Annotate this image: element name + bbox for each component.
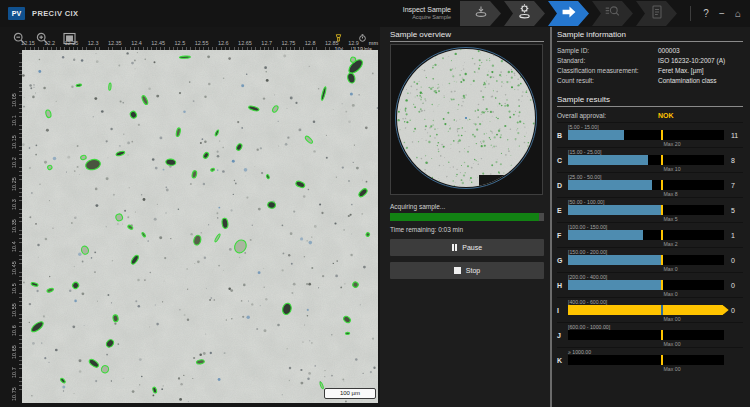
stop-button[interactable]: Stop [390, 262, 544, 279]
stop-button-label: Stop [466, 267, 480, 274]
class-count: 1 [724, 232, 743, 239]
info-row: Classification measurement:Feret Max. [µ… [557, 65, 743, 75]
v-ruler-tick: 10.4 [10, 236, 18, 258]
info-label: Count result: [557, 77, 658, 84]
h-ruler-tick: 12.25 [61, 40, 81, 46]
limit-marker [661, 180, 663, 190]
h-ruler-tick: 12.55 [192, 40, 212, 46]
class-count: 8 [724, 157, 743, 164]
stop-icon [454, 267, 461, 274]
acquisition-progress-bar [390, 213, 544, 221]
class-bar-fill [568, 230, 643, 240]
class-bar: Max 0 [568, 280, 724, 290]
titlebar-separator [690, 6, 691, 21]
workflow-step-analysis[interactable] [592, 1, 633, 26]
limit-marker [661, 130, 663, 140]
workflow-step-stage[interactable] [460, 1, 501, 26]
class-letter: C [557, 157, 568, 164]
sample-results-panel: Sample information Sample ID:000003Stand… [553, 27, 750, 407]
h-ruler-tick: 12.7 [257, 40, 277, 46]
v-ruler-tick: 10.3 [10, 194, 18, 216]
class-letter: K [557, 357, 568, 364]
home-button[interactable]: ⌂ [730, 1, 746, 26]
limit-marker [661, 305, 663, 315]
class-count: 0 [724, 257, 743, 264]
v-ruler-tick: 10.1 [10, 110, 18, 132]
h-ruler-tick: 12.5 [170, 40, 190, 46]
class-bar-fill [568, 155, 648, 165]
panel-scrollbar[interactable] [550, 27, 552, 407]
class-letter: D [557, 182, 568, 189]
minimize-button[interactable]: − [714, 1, 730, 26]
result-row-h: [200.00 - 400.00]HMax 00 [557, 272, 743, 297]
result-row-e: [50.00 - 100.00]EMax 55 [557, 197, 743, 222]
info-label: Sample ID: [557, 47, 658, 54]
class-range-label: ≥ 1000.00 [568, 348, 743, 355]
h-ruler-tick: 12.6 [213, 40, 233, 46]
h-ruler-tick: 12.8 [300, 40, 320, 46]
v-ruler-tick: 10.25 [10, 173, 18, 195]
class-range-label: [150.00 - 200.00] [568, 248, 743, 255]
specimen-image[interactable]: 100 µm [22, 50, 378, 403]
result-row-d: [25.00 - 50.00]DMax 87 [557, 172, 743, 197]
overall-approval-value: NOK [658, 112, 674, 119]
class-letter: J [557, 332, 568, 339]
workflow-step-report[interactable] [636, 1, 677, 26]
limit-marker [661, 155, 663, 165]
analysis-icon [604, 3, 621, 24]
h-ruler-tick: 12.2 [40, 40, 60, 46]
h-ruler-tick: 12.15 [18, 40, 38, 46]
class-letter: B [557, 132, 568, 139]
overall-approval-row: Overall approval: NOK [557, 110, 743, 120]
pause-button[interactable]: Pause [390, 239, 544, 256]
class-bar: Max 00 [568, 355, 724, 365]
h-ruler-tick: 12.45 [148, 40, 168, 46]
acquisition-status-text: Acquiring sample... [390, 203, 544, 210]
info-value: ISO 16232-10:2007 (A) [658, 57, 725, 64]
limit-marker [661, 230, 663, 240]
application-window: PV PRECiV CIX Inspect Sample Acquire Sam… [0, 0, 750, 407]
sample-overview-image [390, 44, 543, 195]
class-bar-fill [568, 205, 661, 215]
class-range-label: [5.00 - 15.00] [568, 123, 743, 130]
class-bar: Max 00 [568, 305, 724, 315]
class-count: 0 [724, 282, 743, 289]
vertical-ruler: 10.0510.110.1510.210.2510.310.3510.410.4… [10, 50, 22, 403]
workflow-step-acquire-settings[interactable] [504, 1, 545, 26]
class-letter: H [557, 282, 568, 289]
class-range-label: [25.00 - 50.00] [568, 173, 743, 180]
app-title: PRECiV CIX [32, 9, 79, 18]
class-bar: Max 20 [568, 130, 724, 140]
sample-information-title: Sample information [557, 29, 743, 42]
help-button[interactable]: ? [698, 1, 714, 26]
class-bar: Max 2 [568, 230, 724, 240]
h-ruler-tick: 12.3 [83, 40, 103, 46]
class-count: 7 [724, 182, 743, 189]
class-letter: F [557, 232, 568, 239]
class-range-label: [50.00 - 100.00] [568, 198, 743, 205]
workflow-step-text: Inspect Sample Acquire Sample [403, 6, 451, 21]
info-value: 000003 [658, 47, 680, 54]
class-range-label: [100.00 - 150.00] [568, 223, 743, 230]
class-count: 11 [724, 132, 743, 139]
sample-results-title: Sample results [557, 94, 743, 107]
h-ruler-tick: 12.85 [322, 40, 342, 46]
class-range-label: [600.00 - 1000.00] [568, 323, 743, 330]
class-letter: G [557, 257, 568, 264]
v-ruler-tick: 10.65 [10, 341, 18, 363]
h-ruler-tick: 12.9 [344, 40, 364, 46]
class-bar: Max 00 [568, 330, 724, 340]
limit-marker [661, 280, 663, 290]
v-ruler-tick: 10.35 [10, 215, 18, 237]
v-ruler-tick: 10.5 [10, 278, 18, 300]
report-icon [649, 4, 665, 24]
class-bar: Max 0 [568, 255, 724, 265]
result-row-i: [400.00 - 600.00]IMax 000 [557, 297, 743, 322]
v-ruler-tick: 10.55 [10, 299, 18, 321]
class-bar: Max 8 [568, 180, 724, 190]
workflow-step-acquire[interactable] [548, 1, 589, 26]
class-bar-fill [568, 180, 652, 190]
stage-icon [473, 4, 489, 24]
class-letter: E [557, 207, 568, 214]
result-row-f: [100.00 - 150.00]FMax 21 [557, 222, 743, 247]
